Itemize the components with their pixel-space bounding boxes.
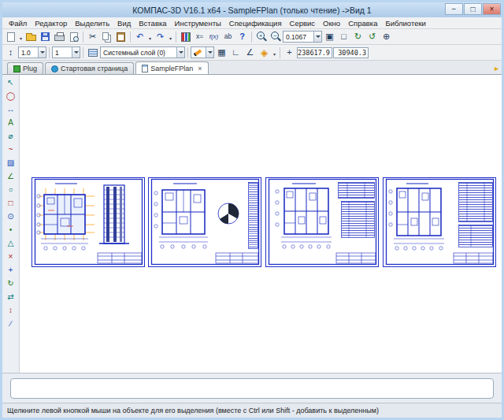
minimize-icon[interactable]: −	[445, 3, 463, 15]
title-bar[interactable]: КОМПАС-3D V16.1 x64 - SampleFPlan (тольк…	[2, 2, 502, 17]
print-icon[interactable]	[53, 31, 66, 43]
current-layer-combo[interactable]: Системный слой (0)	[100, 46, 185, 58]
pencil-icon	[194, 49, 202, 56]
document-icon	[142, 65, 148, 72]
status-message: Щелкните левой кнопкой мыши на объекте д…	[7, 407, 379, 414]
menu-libraries[interactable]: Библиотеки	[381, 19, 429, 28]
tool-rectangle-icon[interactable]: □	[4, 197, 18, 210]
new-document-icon[interactable]	[4, 31, 17, 43]
toolbar-separator	[176, 32, 176, 43]
tab-samplefplan[interactable]: SampleFPlan ×	[135, 61, 208, 74]
library-manager-icon[interactable]	[179, 31, 192, 43]
ortho-icon[interactable]: ∟	[229, 46, 243, 58]
variables-icon[interactable]: x=	[193, 31, 206, 43]
paste-icon[interactable]	[114, 31, 128, 43]
tool-geometry-icon[interactable]: ◯	[4, 90, 18, 102]
tool-circle-icon[interactable]: ○	[4, 184, 18, 196]
menu-specification[interactable]: Спецификация	[225, 19, 286, 28]
menu-window[interactable]: Окно	[319, 19, 344, 28]
drawing-sheet-4[interactable]	[383, 177, 496, 267]
view-number-dropdown-icon[interactable]	[72, 47, 80, 58]
view-number-combo[interactable]: 1	[52, 46, 80, 58]
menu-insert[interactable]: Вставка	[135, 19, 170, 28]
tool-dimensions-icon[interactable]: ↔	[4, 103, 18, 116]
tab-start-page[interactable]: Стартовая страница	[45, 62, 134, 74]
cursor-step-icon[interactable]: ↕	[4, 46, 17, 58]
tool-measure-icon[interactable]: △	[4, 237, 18, 250]
tool-point-icon[interactable]: •	[4, 224, 18, 236]
fx-icon[interactable]: f(x)	[207, 31, 220, 43]
close-icon[interactable]: ×	[483, 3, 501, 15]
zoom-frame-icon[interactable]: ▣	[323, 31, 336, 43]
menu-select[interactable]: Выделить	[71, 19, 113, 28]
tool-select-icon[interactable]: ↖	[4, 76, 18, 89]
drawing-sheet-2[interactable]	[148, 177, 261, 267]
layer-states-icon[interactable]	[86, 46, 99, 58]
copy-icon[interactable]	[100, 31, 113, 43]
new-document-glyph	[7, 32, 15, 42]
tool-hatch-icon[interactable]: ▨	[4, 157, 18, 169]
tool-polyline-icon[interactable]: ∠	[4, 170, 18, 183]
drawing-sheet-1[interactable]	[32, 177, 145, 267]
line-style-combo[interactable]	[191, 46, 214, 58]
current-layer-dropdown-icon[interactable]	[176, 47, 184, 58]
open-folder-glyph	[26, 35, 36, 41]
drawing-canvas[interactable]	[20, 75, 502, 373]
rebuild-icon[interactable]: ↺	[365, 31, 379, 43]
print-preview-icon[interactable]	[67, 31, 80, 43]
angle-icon[interactable]: ∠	[243, 46, 257, 58]
menu-help[interactable]: Справка	[344, 19, 381, 28]
drawing-sheet-3[interactable]	[265, 177, 379, 267]
coordinates-icon[interactable]: +	[283, 46, 296, 58]
redo-dropdown-icon[interactable]: ▾	[168, 31, 173, 43]
cursor-step-combo[interactable]: 1.0	[18, 46, 46, 58]
toolbar-separator	[83, 47, 83, 58]
snap-dropdown-icon[interactable]: ▾	[272, 46, 277, 58]
tab-list-icon[interactable]: ▸	[495, 64, 498, 72]
tool-erase-icon[interactable]: ×	[4, 251, 18, 263]
new-document-dropdown-icon[interactable]: ▾	[18, 31, 24, 43]
help-icon[interactable]: ?	[235, 31, 249, 43]
menu-view[interactable]: Вид	[113, 19, 135, 28]
zoom-scale-dropdown-icon[interactable]	[313, 32, 321, 42]
menu-service[interactable]: Сервис	[286, 19, 320, 28]
coordinate-y-field[interactable]: 30940.3	[333, 47, 369, 58]
cut-icon[interactable]: ✂	[86, 31, 99, 43]
tool-scale-icon[interactable]: ↕	[4, 304, 18, 317]
undo-icon[interactable]: ↶	[133, 31, 146, 43]
tab-plug[interactable]: Plug	[7, 62, 43, 74]
tool-spline-icon[interactable]: ~	[4, 143, 18, 156]
save-icon[interactable]	[39, 31, 52, 43]
snap-settings-icon[interactable]: ◈	[258, 46, 271, 58]
window-controls: − □ ×	[445, 3, 501, 15]
tool-annotations-icon[interactable]: A	[4, 117, 18, 129]
menu-tools[interactable]: Инструменты	[171, 19, 225, 28]
redo-icon[interactable]: ↷	[154, 31, 167, 43]
tool-mirror-icon[interactable]: ⇄	[4, 291, 18, 303]
zoom-out-icon[interactable]	[269, 31, 282, 43]
tool-rotate-icon[interactable]: ↻	[4, 277, 18, 290]
zoom-scale-combo[interactable]: 0.1067	[283, 31, 322, 43]
tool-move-icon[interactable]: +	[4, 264, 18, 277]
open-icon[interactable]	[24, 31, 38, 43]
tab-samplefplan-label: SampleFPlan	[150, 65, 193, 72]
line-style-dropdown-icon[interactable]	[206, 47, 213, 58]
zoom-in-icon[interactable]	[254, 31, 268, 43]
spelling-icon[interactable]: ab	[221, 31, 235, 43]
pan-icon[interactable]: ⊕	[380, 31, 393, 43]
coordinate-x-field[interactable]: 238617.9	[297, 47, 332, 58]
zoom-all-icon[interactable]: □	[337, 31, 350, 43]
undo-dropdown-icon[interactable]: ▾	[147, 31, 153, 43]
plug-icon	[13, 65, 20, 72]
tool-diameter-icon[interactable]: ⌀	[4, 130, 18, 143]
tool-ellipse-icon[interactable]: ⊙	[4, 210, 18, 223]
tab-close-icon[interactable]: ×	[198, 65, 202, 72]
maximize-icon[interactable]: □	[464, 3, 482, 15]
tool-trim-icon[interactable]: ∕	[4, 318, 18, 330]
menu-file[interactable]: Файл	[5, 19, 31, 28]
cursor-step-value: 1.0	[21, 49, 31, 57]
menu-editor[interactable]: Редактор	[31, 19, 71, 28]
cursor-step-dropdown-icon[interactable]	[38, 47, 46, 58]
grid-icon[interactable]: ▦	[215, 46, 228, 58]
refresh-image-icon[interactable]: ↻	[351, 31, 365, 43]
